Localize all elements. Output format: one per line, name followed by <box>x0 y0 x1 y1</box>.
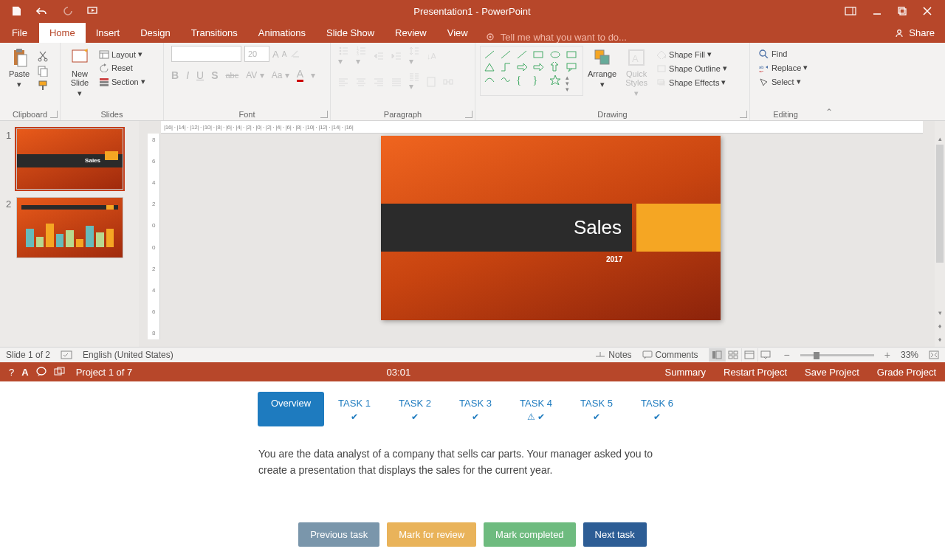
font-icon[interactable]: A <box>21 367 28 378</box>
slide-canvas[interactable]: |16| · |14| · |12| · |10| · |8| · |6| · … <box>139 121 945 347</box>
mark-review-button[interactable]: Mark for review <box>387 522 476 547</box>
tab-task4[interactable]: TASK 4⚠ ✔ <box>506 392 566 426</box>
slideshow-view-icon[interactable] <box>757 348 774 362</box>
align-text-icon[interactable] <box>427 77 436 87</box>
rect-icon[interactable] <box>566 49 577 60</box>
arrow-icon[interactable] <box>516 62 528 72</box>
line-spacing-icon[interactable]: ▾ <box>409 46 419 66</box>
tab-review[interactable]: Review <box>385 23 437 43</box>
align-center-icon[interactable] <box>356 77 366 86</box>
tab-animations[interactable]: Animations <box>248 23 316 43</box>
maximize-icon[interactable] <box>898 7 907 15</box>
clear-format-icon[interactable] <box>289 49 300 59</box>
tab-task2[interactable]: TASK 2✔ <box>385 392 445 426</box>
font-color-icon[interactable]: A <box>297 68 303 82</box>
dialog-launcher-icon[interactable] <box>740 111 747 118</box>
summary-link[interactable]: Summary <box>664 367 706 378</box>
tab-task3[interactable]: TASK 3✔ <box>445 392 506 426</box>
reading-view-icon[interactable] <box>741 348 757 362</box>
copy-icon[interactable] <box>37 65 49 77</box>
inc-indent-icon[interactable] <box>391 51 402 61</box>
normal-view-icon[interactable] <box>709 348 725 362</box>
tab-task1[interactable]: TASK 1✔ <box>324 392 385 426</box>
rect-icon[interactable] <box>532 49 544 60</box>
help-icon[interactable]: ? <box>9 367 14 378</box>
spell-check-icon[interactable] <box>61 350 72 360</box>
cut-icon[interactable] <box>37 50 49 62</box>
minimize-icon[interactable] <box>873 7 882 15</box>
font-size-input[interactable] <box>244 46 269 62</box>
replace-button[interactable]: abacReplace ▾ <box>757 62 809 73</box>
select-button[interactable]: Select ▾ <box>757 76 803 87</box>
strike-icon[interactable]: abc <box>225 71 238 80</box>
italic-icon[interactable]: I <box>186 69 189 81</box>
shape-fill-button[interactable]: Shape Fill ▾ <box>655 49 729 60</box>
align-left-icon[interactable] <box>338 77 348 86</box>
font-family-input[interactable] <box>171 46 241 62</box>
curve-icon[interactable] <box>500 75 512 85</box>
reset-button[interactable]: Reset <box>97 63 147 73</box>
tab-transitions[interactable]: Transitions <box>181 23 248 43</box>
format-painter-icon[interactable] <box>37 80 49 91</box>
undo-icon[interactable] <box>35 6 49 16</box>
present-icon[interactable] <box>86 6 100 16</box>
underline-icon[interactable]: U <box>196 69 204 81</box>
tab-slideshow[interactable]: Slide Show <box>316 23 385 43</box>
notes-button[interactable]: Notes <box>595 350 631 360</box>
zoom-in-icon[interactable]: + <box>884 349 890 361</box>
tell-me[interactable]: Tell me what you want to do... <box>478 32 634 43</box>
comments-button[interactable]: Comments <box>642 350 698 360</box>
zoom-slider[interactable] <box>800 354 874 356</box>
arrange-button[interactable]: Arrange▾ <box>583 46 621 91</box>
arrow-icon[interactable] <box>532 62 544 72</box>
slide-thumbnail-1[interactable]: Sales <box>16 128 123 190</box>
tab-file[interactable]: File <box>0 23 39 43</box>
save-icon[interactable] <box>11 6 21 16</box>
new-slide-button[interactable]: New Slide ▾ <box>65 46 94 100</box>
share-button[interactable]: Share <box>884 23 945 43</box>
dialog-launcher-icon[interactable] <box>465 111 472 118</box>
dec-indent-icon[interactable] <box>374 51 384 61</box>
tab-insert[interactable]: Insert <box>86 23 131 43</box>
callout-icon[interactable] <box>566 62 577 72</box>
quick-styles-button[interactable]: A Quick Styles▾ <box>621 46 652 100</box>
tab-view[interactable]: View <box>437 23 478 43</box>
restart-link[interactable]: Restart Project <box>724 367 787 378</box>
line-icon[interactable] <box>484 49 495 60</box>
layout-button[interactable]: Layout ▾ <box>97 49 147 60</box>
text-direction-icon[interactable]: ↓A <box>427 51 436 61</box>
fit-window-icon[interactable] <box>929 350 939 359</box>
bullets-icon[interactable]: ▾ <box>338 46 348 66</box>
numbering-icon[interactable]: 123▾ <box>356 46 366 66</box>
spacing-icon[interactable]: AV ▾ <box>246 70 264 80</box>
tab-home[interactable]: Home <box>39 23 86 43</box>
tab-design[interactable]: Design <box>130 23 180 43</box>
shape-effects-button[interactable]: Shape Effects ▾ <box>655 77 729 88</box>
vertical-scrollbar[interactable]: ▴ ▾ ♦ ♦ <box>935 121 945 347</box>
dialog-launcher-icon[interactable] <box>50 111 58 118</box>
ribbon-options-icon[interactable] <box>845 7 856 15</box>
brace-icon[interactable]: { <box>516 75 530 92</box>
language-status[interactable]: English (United States) <box>83 350 173 360</box>
zoom-out-icon[interactable]: − <box>784 349 790 361</box>
line-icon[interactable] <box>500 49 512 60</box>
shadow-icon[interactable]: S <box>211 69 218 81</box>
columns-icon[interactable]: ▾ <box>409 72 419 91</box>
slide-thumbnail-2[interactable] <box>16 197 123 258</box>
section-button[interactable]: Section ▾ <box>97 76 147 87</box>
brace-icon[interactable]: } <box>532 75 546 92</box>
close-icon[interactable] <box>923 7 932 15</box>
slide-counter[interactable]: Slide 1 of 2 <box>6 350 50 360</box>
redo-icon[interactable] <box>63 6 73 16</box>
star-icon[interactable] <box>549 75 561 85</box>
oval-icon[interactable] <box>549 49 561 60</box>
tab-task5[interactable]: TASK 5✔ <box>566 392 627 426</box>
bold-icon[interactable]: B <box>171 69 179 81</box>
next-task-button[interactable]: Next task <box>583 522 647 547</box>
paste-button[interactable]: Paste ▾ <box>4 46 34 91</box>
grade-link[interactable]: Grade Project <box>877 367 936 378</box>
slide-1[interactable]: Sales 2017 <box>381 136 721 320</box>
dialog-launcher-icon[interactable] <box>320 111 328 118</box>
gallery-scroll-icon[interactable]: ▴▾▾ <box>566 75 580 92</box>
mark-completed-button[interactable]: Mark completed <box>484 522 575 547</box>
